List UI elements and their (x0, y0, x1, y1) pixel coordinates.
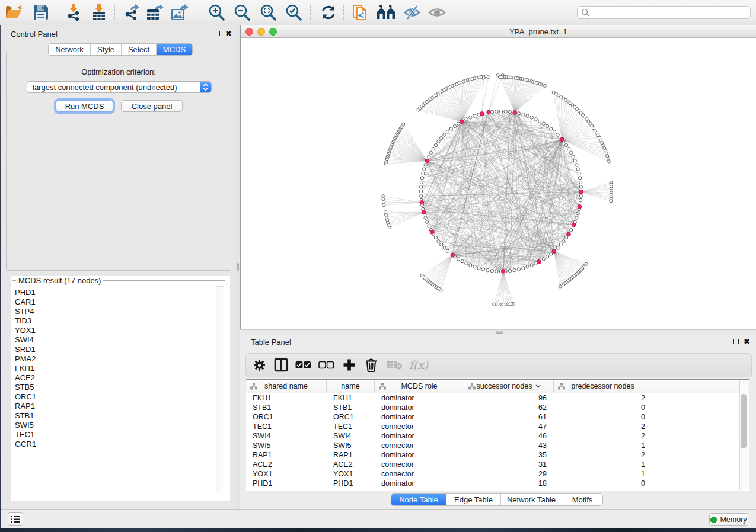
mcds-result-list[interactable]: PHD1CAR1STP4TID3YOX1SWI4SRD1PMA2FKH1ACE2… (15, 288, 36, 449)
mcds-result-item[interactable]: FKH1 (15, 364, 36, 373)
mcds-result-item[interactable]: ACE2 (15, 373, 36, 383)
cell-shared-name: RAP1 (246, 451, 327, 459)
export-network-icon[interactable] (122, 2, 142, 23)
search-box[interactable] (577, 6, 751, 19)
close-window-icon[interactable] (245, 28, 253, 36)
table-row-STB1[interactable]: STB1STB1dominator620 (246, 403, 749, 412)
tab-mcds[interactable]: MCDS (157, 44, 192, 55)
delete-column-icon[interactable] (361, 355, 381, 374)
cell-name: ACE2 (327, 460, 375, 469)
float-table-panel-icon[interactable] (733, 339, 739, 344)
mcds-list-scrollbar[interactable] (216, 286, 224, 493)
mcds-result-item[interactable]: CAR1 (15, 297, 36, 307)
mcds-result-item[interactable]: SWI4 (15, 335, 36, 345)
select-all-checkboxes-icon[interactable] (293, 355, 313, 374)
clone-network-icon[interactable] (350, 2, 371, 23)
cell-predecessor-nodes: 2 (554, 432, 652, 440)
first-neighbors-icon[interactable] (376, 2, 396, 23)
mcds-result-item[interactable]: SWI5 (15, 421, 36, 430)
network-view[interactable] (241, 39, 756, 329)
criterion-value: largest connected component (undirected) (27, 83, 200, 92)
node-table: shared namenameMCDS rolesuccessor nodesp… (246, 379, 749, 491)
maximize-window-icon[interactable] (269, 28, 277, 36)
column-header-predecessor-nodes[interactable]: predecessor nodes (554, 380, 652, 393)
column-header-name[interactable]: name (327, 380, 375, 393)
table-scrollbar-thumb[interactable] (741, 394, 747, 448)
cell-shared-name: ACE2 (246, 460, 327, 469)
float-panel-icon[interactable] (215, 31, 220, 36)
mcds-result-item[interactable]: STB1 (15, 411, 36, 421)
column-header-successor-nodes[interactable]: successor nodes (464, 380, 554, 393)
criterion-dropdown[interactable]: largest connected component (undirected) (27, 81, 212, 93)
show-column-icon[interactable] (271, 355, 291, 374)
horizontal-splitter-grip[interactable] (496, 331, 503, 334)
function-builder-icon[interactable]: f(x) (406, 355, 431, 374)
zoom-in-icon[interactable] (206, 2, 227, 23)
hide-selected-icon[interactable] (402, 2, 422, 23)
tab-network[interactable]: Network (49, 44, 91, 55)
table-row-ACE2[interactable]: ACE2ACE2connector311 (246, 460, 749, 469)
mcds-result-item[interactable]: SRD1 (15, 345, 36, 354)
tab-style[interactable]: Style (91, 44, 122, 55)
control-panel: Control Panel ✖ NetworkStyleSelectMCDS O… (1, 25, 235, 509)
column-header-MCDS-role[interactable]: MCDS role (375, 380, 464, 393)
table-row-RAP1[interactable]: RAP1RAP1dominator352 (246, 450, 749, 460)
zoom-out-icon[interactable] (232, 2, 252, 23)
zoom-selected-icon[interactable] (283, 2, 304, 23)
table-row-YOX1[interactable]: YOX1YOX1connector291 (246, 469, 749, 479)
deselect-all-checkboxes-icon[interactable] (316, 355, 336, 374)
export-image-icon[interactable] (170, 2, 190, 23)
tab-select[interactable]: Select (122, 44, 157, 55)
table-row-SWI5[interactable]: SWI5SWI5connector431 (246, 441, 749, 450)
cell-mcds-role: dominator (375, 413, 464, 421)
cell-shared-name: ORC1 (246, 413, 327, 421)
mcds-result-item[interactable]: STP4 (15, 307, 36, 316)
table-row-PHD1[interactable]: PHD1PHD1dominator180 (246, 479, 749, 488)
import-network-icon[interactable] (63, 2, 84, 23)
search-input[interactable] (590, 8, 750, 17)
mcds-result-item[interactable]: TEC1 (15, 430, 36, 440)
show-all-icon[interactable] (427, 2, 447, 23)
cell-predecessor-nodes: 2 (554, 422, 652, 431)
mcds-result-item[interactable]: RAP1 (15, 402, 36, 411)
import-table-icon[interactable] (89, 2, 109, 23)
memory-button[interactable]: Memory (709, 513, 748, 526)
mcds-result-item[interactable]: YOX1 (15, 326, 36, 335)
tab-node-table[interactable]: Node Table (391, 494, 446, 505)
table-row-ORC1[interactable]: ORC1ORC1dominator610 (246, 412, 749, 422)
close-panel-button[interactable]: Close panel (121, 100, 183, 112)
table-row-TEC1[interactable]: TEC1TEC1connector472 (246, 422, 749, 431)
delete-table-icon[interactable] (384, 355, 404, 374)
run-mcds-button[interactable]: Run MCDS (56, 100, 113, 112)
mcds-result-item[interactable]: PHD1 (15, 288, 36, 297)
mcds-result-item[interactable]: PMA2 (15, 354, 36, 364)
add-column-icon[interactable] (339, 355, 359, 374)
mcds-result-item[interactable]: TID3 (15, 316, 36, 326)
mcds-results-panel: MCDS result (17 nodes) PHD1CAR1STP4TID3Y… (11, 276, 230, 501)
tab-motifs[interactable]: Motifs (562, 494, 602, 505)
vertical-splitter-grip[interactable] (237, 263, 239, 271)
export-table-icon[interactable] (145, 2, 165, 23)
table-row-FKH1[interactable]: FKH1FKH1dominator962 (246, 393, 749, 403)
cell-shared-name: SWI5 (246, 441, 327, 450)
table-row-SWI4[interactable]: SWI4SWI4dominator462 (246, 431, 749, 441)
tab-network-table[interactable]: Network Table (501, 494, 562, 505)
refresh-layout-icon[interactable] (318, 2, 339, 23)
open-folder-icon[interactable] (4, 2, 24, 23)
task-history-button[interactable] (8, 512, 23, 526)
mcds-result-item[interactable]: GCR1 (15, 440, 36, 449)
save-icon[interactable] (31, 2, 51, 23)
minimize-window-icon[interactable] (257, 28, 265, 36)
tab-edge-table[interactable]: Edge Table (446, 494, 501, 505)
close-panel-icon[interactable]: ✖ (225, 31, 232, 36)
table-body: FKH1FKH1dominator962STB1STB1dominator620… (246, 393, 749, 488)
mcds-result-item[interactable]: STB5 (15, 383, 36, 392)
optimization-criterion-label: Optimization criterion: (6, 68, 231, 76)
column-header-shared-name[interactable]: shared name (246, 380, 327, 393)
close-table-panel-icon[interactable]: ✖ (744, 339, 750, 344)
cell-name: SWI5 (327, 441, 375, 450)
mcds-result-item[interactable]: ORC1 (15, 392, 36, 402)
settings-gear-icon[interactable] (249, 355, 269, 374)
zoom-fit-icon[interactable] (258, 2, 278, 23)
cell-predecessor-nodes: 2 (554, 451, 652, 459)
